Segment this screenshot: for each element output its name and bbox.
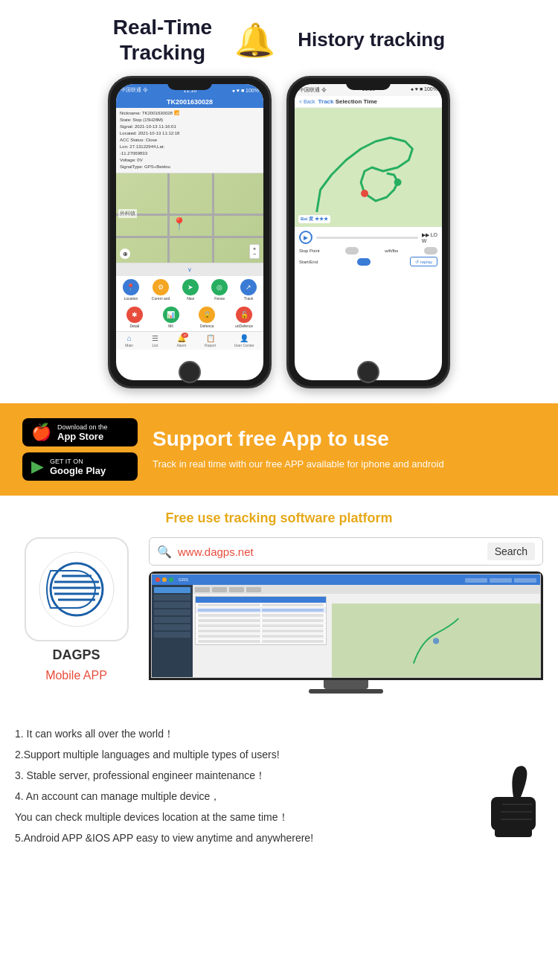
- apple-icon: 🍎: [31, 423, 51, 442]
- right-block: 🔍 www.dagps.net Search GRS: [149, 537, 543, 694]
- phone1-nav-row1: 📍 Location ⚙ Comm and ➤ Navi ◎ Fence: [116, 276, 263, 304]
- feature-item-5: 5.Android APP &IOS APP easy to view anyt…: [15, 827, 543, 848]
- platform-title: Free use tracking software platform: [15, 510, 543, 526]
- app-store-button[interactable]: 🍎 Download on the App Store: [22, 418, 138, 446]
- phone1-map: 📍 外科镇 +− ⊕: [116, 173, 263, 263]
- search-button[interactable]: Search: [487, 542, 535, 560]
- monitor-container: GRS: [149, 571, 543, 694]
- phone2-controls: ▶ ▶▶ LOW Stop Point wifi/lbs Start/End: [295, 227, 442, 272]
- svg-point-12: [433, 638, 439, 644]
- thumbsup-icon: [476, 760, 551, 856]
- app-logo-block: DAGPS Mobile APP: [15, 537, 138, 682]
- features-section: 1. It can works all over the world！ 2.Su…: [0, 708, 558, 856]
- phone1-info: Nickname: TK2001630028 📶 State: Stop (15…: [116, 108, 263, 173]
- google-small-text: GET IT ON: [50, 458, 106, 465]
- real-time-tracking-title: Real-Time Tracking: [113, 15, 212, 65]
- monitor-display: GRS: [151, 574, 541, 678]
- phone1-frame: 中国联通 令 11:16 ● ♥ ■ 100% TK2001630028 Nic…: [108, 76, 272, 388]
- google-play-icon: ▶: [31, 457, 44, 476]
- app-store-small-text: Download on the: [57, 423, 108, 431]
- svg-rect-13: [491, 797, 536, 830]
- app-store-large-text: App Store: [57, 431, 108, 442]
- phone1-device-id: TK2001630028: [116, 96, 263, 108]
- phone1-nav-row2: ✱ Detail 📊 Mil 🔒 Defence 🔓 unDefence: [116, 304, 263, 331]
- search-icon: 🔍: [157, 545, 172, 559]
- feature-item-2: 2.Support multiple languages and multipl…: [15, 744, 543, 765]
- monitor-screen: GRS: [149, 571, 543, 680]
- svg-point-2: [361, 190, 368, 197]
- phone1-bottom-nav: ⌂ Main ☰ List 🔔 47 Alarm: [116, 331, 263, 350]
- svg-rect-17: [495, 828, 532, 837]
- support-desc: Track in real time with our free APP ava…: [153, 457, 536, 472]
- feature-item-1: 1. It can works all over the world！: [15, 723, 543, 744]
- phone2-map: Bai 度 ★★★: [295, 108, 442, 227]
- store-buttons: 🍎 Download on the App Store ▶ GET IT ON …: [22, 418, 138, 481]
- app-name-label: DAGPS: [52, 647, 100, 663]
- support-text-block: Support free App to use Track in real ti…: [153, 427, 536, 472]
- phone2-frame: 中国联通 令 11:16 ● ♥ ■ 100% < Back Track Sel…: [286, 76, 450, 388]
- phone2-header: < Back Track Selection Time: [295, 96, 442, 108]
- dagps-logo: [25, 537, 129, 641]
- history-tracking-title: History tracking: [298, 28, 445, 51]
- google-play-button[interactable]: ▶ GET IT ON Google Play: [22, 452, 138, 481]
- bell-icon: 🔔: [234, 21, 275, 60]
- search-bar: 🔍 www.dagps.net Search: [149, 537, 543, 566]
- feature-item-4b: You can check multiple devices location …: [15, 807, 543, 827]
- mobile-app-label: Mobile APP: [45, 669, 107, 682]
- support-title: Support free App to use: [153, 427, 536, 451]
- search-url: www.dagps.net: [178, 545, 481, 558]
- feature-item-4: 4. An account can manage multiple device…: [15, 786, 543, 807]
- feature-item-3: 3. Stable server, professional engineer …: [15, 765, 543, 786]
- google-large-text: Google Play: [50, 465, 106, 476]
- svg-point-3: [394, 179, 402, 186]
- yellow-section: 🍎 Download on the App Store ▶ GET IT ON …: [0, 403, 558, 496]
- phone1-toolbar: ∨: [116, 263, 263, 276]
- platform-section: Free use tracking software platform: [0, 496, 558, 708]
- features-list: 1. It can works all over the world！ 2.Su…: [15, 723, 543, 848]
